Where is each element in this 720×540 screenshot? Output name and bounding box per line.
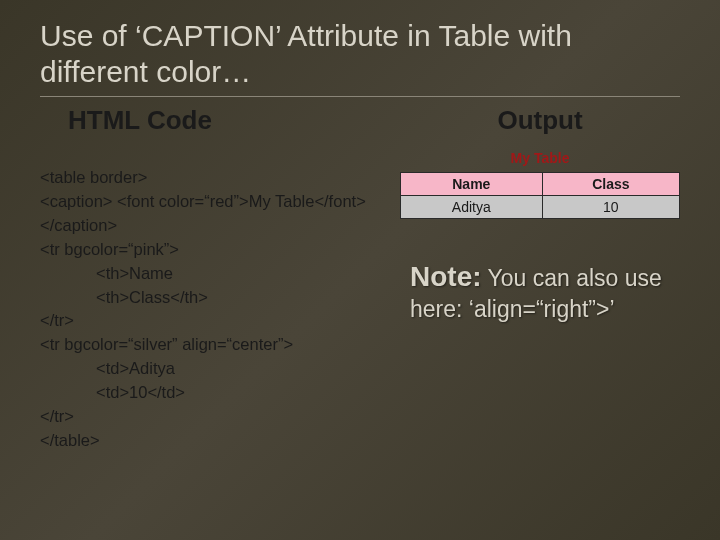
left-column: HTML Code <table border> <caption> <font… [40, 105, 380, 477]
code-block: <table border> <caption> <font color=“re… [40, 142, 380, 477]
code-line: </table> [40, 431, 100, 449]
table-header-row: Name Class [401, 173, 680, 196]
table-cell: Aditya [401, 196, 543, 219]
content-columns: HTML Code <table border> <caption> <font… [40, 105, 680, 477]
code-line: <th>Name [40, 262, 380, 286]
code-line: <table border> [40, 168, 147, 186]
code-line: <td>Aditya [40, 357, 380, 381]
output-table: Name Class Aditya 10 [400, 172, 680, 219]
code-line: </tr> [40, 407, 74, 425]
html-code-heading: HTML Code [40, 105, 380, 136]
code-line: <th>Class</th> [40, 286, 380, 310]
table-caption: My Table [400, 150, 680, 166]
code-line: <tr bgcolor=“pink”> [40, 240, 179, 258]
code-line: <tr bgcolor=“silver” align=“center”> [40, 335, 293, 353]
code-line: </tr> [40, 311, 74, 329]
right-column: Output My Table Name Class Aditya 10 Not… [400, 105, 680, 477]
table-header-cell: Name [401, 173, 543, 196]
table-row: Aditya 10 [401, 196, 680, 219]
note-text: Note: You can also use here: ‘align=“rig… [400, 259, 680, 325]
table-header-cell: Class [542, 173, 679, 196]
note-label: Note: [410, 261, 482, 292]
output-heading: Output [400, 105, 680, 136]
table-cell: 10 [542, 196, 679, 219]
code-line: <caption> <font color=“red”>My Table</fo… [40, 192, 366, 234]
code-line: <td>10</td> [40, 381, 380, 405]
slide-title: Use of ‘CAPTION’ Attribute in Table with… [40, 18, 680, 97]
